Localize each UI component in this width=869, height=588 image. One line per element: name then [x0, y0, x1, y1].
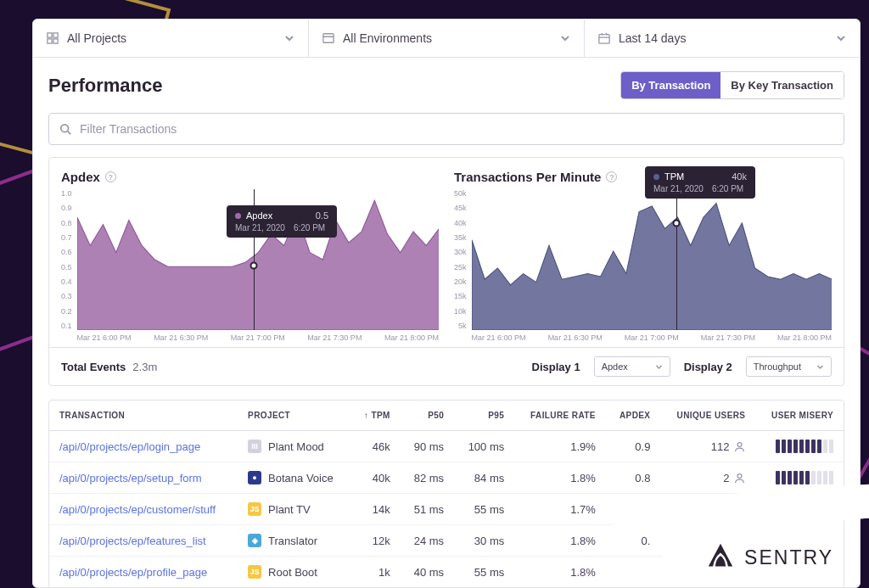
tpm-cell: 12k	[350, 525, 401, 557]
transaction-link[interactable]: /api/0/projects/ep/customer/stuff	[59, 503, 216, 516]
charts-panel: Apdex ? 1.00.90.80.70.60.50.40.30.20.1 M…	[48, 157, 844, 386]
display1-select[interactable]: Apdex	[594, 356, 670, 377]
environments-filter[interactable]: All Environments	[309, 20, 585, 57]
transaction-link[interactable]: /api/0/projects/ep/profile_page	[59, 566, 207, 579]
transaction-link[interactable]: /api/0/projects/ep/setup_form	[59, 472, 202, 484]
search-input[interactable]	[80, 122, 833, 136]
th-unique-users[interactable]: Unique Users	[660, 400, 755, 431]
apdex-cell	[606, 557, 661, 588]
p95-cell: 30 ms	[454, 525, 514, 557]
by-key-transaction-toggle[interactable]: By Key Transaction	[720, 72, 844, 98]
th-p95[interactable]: P95	[454, 400, 514, 431]
summary-row: Total Events 2.3m Display 1 Apdex Displa…	[49, 347, 844, 385]
transaction-link[interactable]: /api/0/projects/ep/features_list	[59, 535, 206, 547]
apdex-tooltip-date: Mar 21, 2020	[235, 223, 285, 232]
th-apdex[interactable]: Apdex	[606, 400, 661, 431]
tpm-hover-dot	[673, 219, 681, 227]
display2-label: Display 2	[684, 361, 732, 373]
tpm-hover-line	[676, 189, 677, 330]
p95-cell: 100 ms	[454, 431, 514, 462]
page-title: Performance	[48, 75, 163, 97]
project-cell: JSRoot Boot	[248, 565, 340, 579]
user-misery-cell	[755, 431, 844, 462]
window-icon	[322, 32, 334, 44]
project-name: Translator	[268, 535, 317, 547]
project-cell: ◆Translator	[248, 534, 340, 547]
p50-cell: 51 ms	[401, 494, 454, 525]
grid-icon	[47, 32, 59, 44]
svg-rect-4	[323, 34, 334, 43]
th-project[interactable]: Project	[238, 400, 350, 431]
th-tpm[interactable]: ↑ TPM	[350, 400, 401, 431]
tpm-tooltip-time: 6:20 PM	[712, 184, 743, 193]
th-p50[interactable]: P50	[401, 400, 454, 431]
tpm-tooltip-value: 40k	[732, 171, 747, 182]
tpm-tooltip: TPM 40k Mar 21, 2020 6:20 PM	[645, 166, 755, 199]
table-row: /api/0/projects/ep/login_page IIIPlant M…	[49, 431, 844, 462]
svg-line-11	[68, 132, 71, 135]
p50-cell: 82 ms	[401, 462, 454, 494]
th-failure-rate[interactable]: Failure Rate	[514, 400, 606, 431]
project-name: Botana Voice	[268, 472, 334, 484]
th-transaction[interactable]: Transaction	[49, 400, 238, 431]
svg-point-13	[738, 473, 743, 478]
tpm-plot[interactable]	[472, 189, 832, 330]
sentry-brand-text: SENTRY	[744, 546, 833, 569]
transaction-link[interactable]: /api/0/projects/ep/login_page	[59, 440, 200, 453]
apdex-chart: Apdex ? 1.00.90.80.70.60.50.40.30.20.1 M…	[61, 170, 439, 342]
help-icon[interactable]: ?	[606, 171, 617, 182]
svg-rect-3	[53, 39, 58, 43]
tpm-cell: 40k	[350, 462, 401, 494]
tpm-chart: Transactions Per Minute ? 50k45k40k35k30…	[454, 170, 832, 342]
project-icon: ●	[248, 471, 261, 484]
projects-filter[interactable]: All Projects	[33, 20, 309, 57]
apdex-cell: 0.9	[606, 431, 661, 462]
apdex-x-axis: Mar 21 6:00 PMMar 21 6:30 PMMar 21 7:00 …	[77, 333, 439, 342]
user-icon	[734, 441, 745, 452]
display2-select[interactable]: Throughput	[746, 356, 832, 377]
p50-cell: 40 ms	[401, 557, 454, 588]
tpm-tooltip-date: Mar 21, 2020	[653, 184, 704, 193]
project-icon: JS	[248, 565, 261, 579]
project-cell: IIIPlant Mood	[248, 440, 340, 453]
by-transaction-toggle[interactable]: By Transaction	[621, 72, 720, 98]
search-box[interactable]	[48, 113, 844, 145]
timerange-filter-label: Last 14 days	[619, 31, 686, 45]
svg-rect-0	[48, 33, 52, 37]
p50-cell: 24 ms	[401, 525, 454, 557]
tpm-cell: 14k	[350, 494, 401, 525]
display1-value: Apdex	[602, 361, 628, 372]
apdex-hover-dot	[250, 262, 258, 270]
search-icon	[59, 123, 71, 135]
chevron-down-icon	[836, 33, 846, 43]
p50-cell: 90 ms	[401, 431, 454, 462]
misery-bars	[765, 440, 833, 453]
user-icon	[734, 473, 745, 484]
display2-value: Throughput	[754, 361, 801, 372]
tpm-chart-title: Transactions Per Minute	[454, 170, 601, 184]
project-name: Plant TV	[268, 503, 311, 516]
filter-bar: All Projects All Environments Last 14 da…	[33, 20, 860, 58]
apdex-y-axis: 1.00.90.80.70.60.50.40.30.20.1	[61, 189, 77, 342]
tooltip-dot	[235, 213, 241, 219]
projects-filter-label: All Projects	[67, 31, 126, 45]
apdex-tooltip-series: Apdex	[246, 210, 272, 221]
tpm-x-axis: Mar 21 6:00 PMMar 21 6:30 PMMar 21 7:00 …	[472, 333, 832, 342]
chevron-down-icon	[816, 363, 824, 371]
th-user-misery[interactable]: User Misery	[755, 400, 844, 431]
view-toggle: By Transaction By Key Transaction	[620, 71, 844, 99]
apdex-chart-title: Apdex	[61, 170, 100, 184]
calendar-icon	[598, 32, 610, 44]
tooltip-dot	[653, 174, 659, 180]
help-icon[interactable]: ?	[105, 171, 116, 182]
total-events-value: 2.3m	[132, 361, 157, 373]
svg-rect-6	[599, 35, 609, 44]
chevron-down-icon	[284, 33, 294, 43]
timerange-filter[interactable]: Last 14 days	[585, 20, 860, 57]
sentry-mark-icon	[705, 542, 736, 573]
tpm-cell: 46k	[350, 431, 401, 462]
chevron-down-icon	[560, 33, 570, 43]
failure-rate-cell: 1.8%	[514, 557, 606, 588]
tpm-cell: 1k	[350, 557, 401, 588]
p95-cell: 55 ms	[454, 557, 514, 588]
